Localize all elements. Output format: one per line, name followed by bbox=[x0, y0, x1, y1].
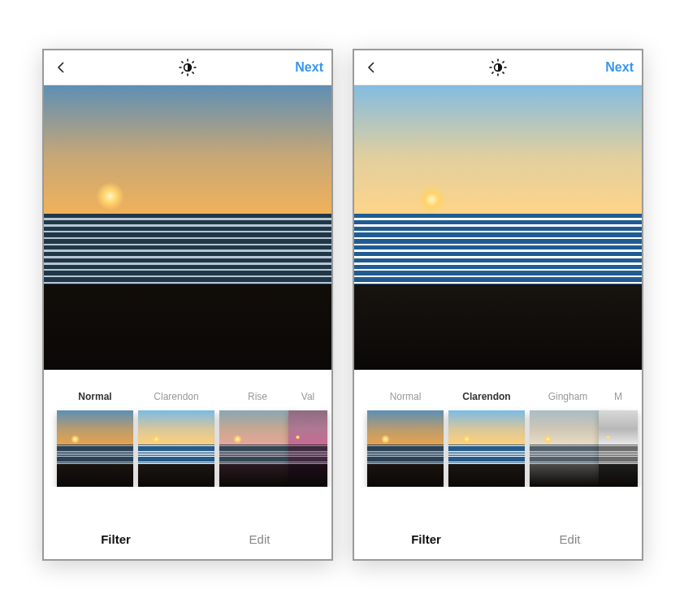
next-button[interactable]: Next bbox=[295, 60, 323, 75]
svg-line-7 bbox=[193, 61, 194, 63]
filter-strip[interactable]: Normal Clarendon Rise Val bbox=[44, 370, 331, 487]
tab-edit[interactable]: Edit bbox=[188, 518, 331, 559]
photo-preview[interactable] bbox=[44, 85, 331, 370]
lux-button[interactable] bbox=[176, 56, 199, 79]
filter-strip[interactable]: Normal Clarendon Gingham M bbox=[354, 370, 642, 487]
chevron-left-icon bbox=[366, 61, 379, 74]
filter-label: Val bbox=[301, 391, 314, 406]
preview-sea bbox=[354, 214, 642, 285]
comparison-stage: Next Normal Clarendon Rise bbox=[42, 49, 647, 566]
svg-line-14 bbox=[491, 61, 493, 63]
filter-tile-normal[interactable]: Normal bbox=[57, 391, 133, 487]
editor-topbar: Next bbox=[354, 50, 642, 85]
filter-tile-clarendon[interactable]: Clarendon bbox=[448, 391, 525, 487]
svg-line-6 bbox=[193, 72, 194, 74]
preview-sand bbox=[44, 284, 331, 370]
filter-label: M bbox=[614, 391, 622, 406]
filter-thumb bbox=[530, 410, 606, 487]
editor-topbar: Next bbox=[44, 50, 331, 85]
filter-label: Normal bbox=[390, 391, 422, 406]
filter-tile-gingham[interactable]: Gingham bbox=[530, 391, 606, 487]
filter-thumb bbox=[219, 410, 296, 487]
filter-label: Clarendon bbox=[462, 391, 510, 406]
filter-row: Normal Clarendon Gingham M bbox=[354, 391, 626, 487]
filter-tile-clarendon[interactable]: Clarendon bbox=[138, 391, 214, 487]
chevron-left-icon bbox=[55, 61, 68, 74]
tab-edit[interactable]: Edit bbox=[498, 518, 642, 559]
photo-preview[interactable] bbox=[354, 85, 642, 370]
back-button[interactable] bbox=[52, 58, 71, 77]
filter-thumb bbox=[138, 410, 214, 487]
filter-label: Normal bbox=[78, 391, 111, 406]
phone-screen-clarendon: Next Normal Clarendon Gingham bbox=[353, 49, 643, 561]
filter-row: Normal Clarendon Rise Val bbox=[44, 391, 315, 487]
svg-line-17 bbox=[491, 72, 493, 74]
filter-label: Gingham bbox=[548, 391, 588, 406]
svg-line-15 bbox=[503, 72, 504, 74]
bottom-tabs: Filter Edit bbox=[354, 518, 642, 559]
svg-line-8 bbox=[181, 72, 183, 74]
lux-sun-icon bbox=[178, 58, 197, 77]
filter-thumb bbox=[288, 410, 327, 487]
svg-line-5 bbox=[181, 61, 183, 63]
lux-sun-icon bbox=[488, 58, 508, 77]
filter-tile-normal[interactable]: Normal bbox=[367, 391, 444, 487]
filter-label: Rise bbox=[248, 391, 267, 406]
filter-thumb bbox=[367, 410, 444, 487]
back-button[interactable] bbox=[362, 58, 382, 77]
lux-button[interactable] bbox=[487, 56, 509, 79]
filter-tile-partial[interactable]: Val bbox=[301, 391, 315, 487]
preview-sand bbox=[354, 284, 642, 370]
tab-filter[interactable]: Filter bbox=[44, 518, 188, 559]
preview-sea bbox=[44, 214, 331, 285]
tab-filter[interactable]: Filter bbox=[354, 518, 498, 559]
bottom-tabs: Filter Edit bbox=[44, 518, 331, 559]
filter-thumb bbox=[448, 410, 525, 487]
filter-label: Clarendon bbox=[154, 391, 198, 406]
filter-tile-rise[interactable]: Rise bbox=[219, 391, 296, 487]
filter-thumb bbox=[599, 410, 638, 487]
filter-tile-partial[interactable]: M bbox=[611, 391, 626, 487]
phone-screen-normal: Next Normal Clarendon Rise bbox=[42, 49, 333, 561]
next-button[interactable]: Next bbox=[605, 60, 634, 75]
filter-thumb bbox=[57, 410, 133, 487]
svg-line-16 bbox=[503, 61, 504, 63]
